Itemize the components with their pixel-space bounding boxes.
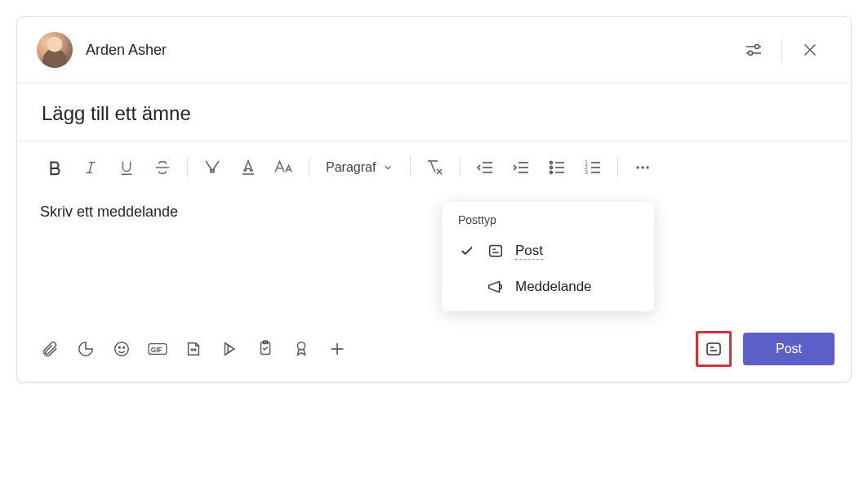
sticker-icon[interactable] (177, 333, 210, 365)
toolbar-separator (187, 158, 188, 177)
svg-point-20 (550, 172, 553, 174)
toolbar-separator (617, 158, 618, 177)
svg-rect-48 (707, 343, 720, 355)
settings-sliders-icon[interactable] (736, 32, 772, 68)
header-actions (736, 32, 828, 68)
subject-input[interactable] (40, 101, 828, 126)
praise-icon[interactable] (285, 333, 318, 365)
stream-icon[interactable] (213, 333, 246, 365)
author-name: Arden Asher (86, 42, 167, 59)
highlight-button[interactable] (198, 153, 227, 182)
post-type-popup: Posttyp Post Meddelande (442, 202, 654, 311)
svg-line-8 (89, 163, 92, 173)
attachment-icon[interactable] (33, 333, 66, 365)
add-extension-icon[interactable] (321, 333, 354, 365)
popup-item-label: Post (515, 243, 543, 260)
numbered-list-button[interactable]: 123 (578, 153, 608, 182)
bottom-toolbar: GIF Post (17, 324, 851, 382)
svg-point-31 (642, 166, 645, 169)
message-body[interactable]: Skriv ett meddelande Posttyp Post Meddel… (17, 194, 851, 324)
popup-item-post[interactable]: Post (442, 233, 654, 269)
strikethrough-button[interactable] (148, 153, 177, 182)
svg-point-18 (550, 162, 553, 164)
bottom-right: Post (696, 331, 835, 367)
svg-point-36 (115, 342, 129, 356)
header-divider (781, 38, 782, 61)
toolbar-separator (309, 158, 309, 177)
check-placeholder (458, 278, 476, 296)
message-composer: Arden Asher (16, 16, 852, 382)
approvals-icon[interactable] (249, 333, 282, 365)
svg-point-3 (749, 51, 753, 56)
more-options-button[interactable] (628, 153, 657, 182)
svg-point-42 (194, 349, 196, 351)
svg-point-41 (191, 349, 193, 351)
svg-point-45 (297, 342, 305, 350)
toolbar-separator (460, 158, 461, 177)
underline-button[interactable] (112, 153, 141, 182)
popup-item-announcement[interactable]: Meddelande (442, 269, 654, 305)
svg-point-1 (755, 45, 759, 49)
popup-title: Posttyp (442, 213, 654, 233)
paragraph-style-select[interactable]: Paragraf (319, 153, 400, 182)
popup-item-label: Meddelande (515, 279, 592, 295)
post-icon (486, 241, 505, 261)
composer-header: Arden Asher (17, 17, 851, 83)
check-icon (458, 242, 476, 260)
svg-text:3: 3 (585, 169, 588, 175)
paragraph-label: Paragraf (326, 160, 376, 175)
font-size-button[interactable] (269, 153, 299, 182)
loop-icon[interactable] (69, 333, 102, 365)
chevron-down-icon (382, 162, 394, 173)
svg-text:GIF: GIF (151, 347, 162, 354)
bold-button[interactable] (40, 153, 69, 182)
svg-point-38 (123, 347, 125, 348)
emoji-icon[interactable] (105, 333, 138, 365)
svg-point-30 (637, 166, 640, 169)
post-type-button[interactable] (696, 331, 732, 367)
post-button[interactable]: Post (743, 333, 835, 365)
svg-point-37 (118, 347, 120, 348)
subject-row (17, 83, 851, 141)
megaphone-icon (486, 277, 505, 297)
close-icon[interactable] (792, 32, 828, 68)
clear-formatting-button[interactable] (421, 153, 450, 182)
svg-point-32 (647, 166, 650, 169)
decrease-indent-button[interactable] (470, 153, 500, 182)
increase-indent-button[interactable] (506, 153, 536, 182)
font-color-button[interactable] (234, 153, 263, 182)
body-placeholder: Skriv ett meddelande (40, 203, 828, 221)
bulleted-list-button[interactable] (542, 153, 572, 182)
post-icon (704, 339, 723, 359)
svg-point-19 (550, 167, 553, 169)
toolbar-separator (410, 158, 411, 177)
formatting-toolbar: Paragraf 123 (17, 141, 851, 194)
svg-rect-33 (490, 246, 502, 257)
italic-button[interactable] (76, 153, 105, 182)
gif-icon[interactable]: GIF (141, 333, 174, 365)
avatar (37, 32, 73, 68)
